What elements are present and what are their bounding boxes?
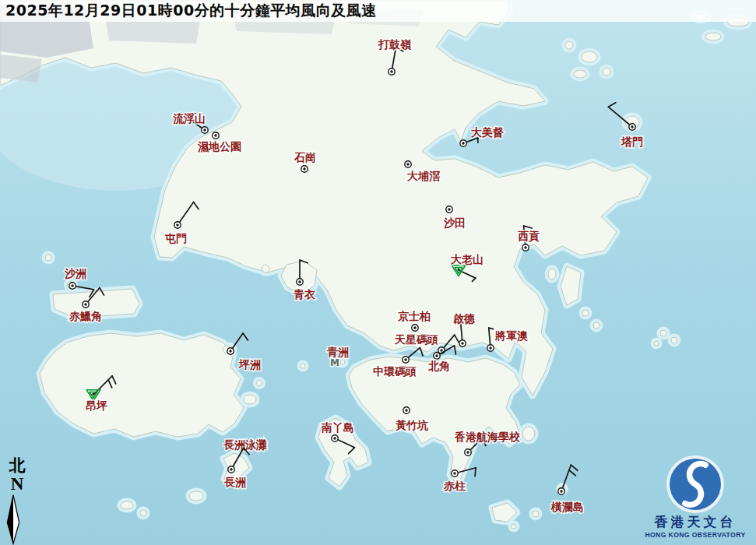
station-marker-dot [461,342,463,344]
north-label-letter: N [2,475,33,494]
station-marker-dot [560,490,562,492]
north-label-chinese: 北 [2,456,33,475]
station-marker-dot [405,409,407,411]
station-marker-dot [448,208,450,210]
hko-name-chinese: 香港天文台 [654,514,737,529]
map-frame: 打鼓嶺流浮山濕地公園石崗大美督塔門大埔滘沙田西貢屯門大老山沙洲赤鱲角青衣京士柏啟… [0,0,756,545]
station-marker-dot [435,354,438,357]
station-marker-dot [333,437,336,439]
station-label: 赤柱 [443,480,466,492]
station-label: 打鼓嶺 [378,38,412,51]
station-marker-dot [71,284,73,287]
station-marker-dot [230,468,232,470]
station-label: 北角 [427,360,450,372]
station-marker-dot [406,163,409,165]
station-marker-dot [298,280,301,283]
station-marker-dot [303,167,305,170]
station-marker-dot [229,350,231,352]
station-label: 南丫島 [321,421,354,434]
station-label: 大美督 [471,126,504,139]
station-label: 青衣 [293,288,316,301]
station-marker-dot [453,472,455,474]
station-label: 橫瀾島 [550,501,584,513]
station-marker-dot [404,358,406,360]
station-marker-dot [84,303,86,305]
map-title: 2025年12月29日01時00分的十分鐘平均風向及風速 [0,1,377,21]
station-marker-dot [413,326,416,329]
title-bar: 2025年12月29日01時00分的十分鐘平均風向及風速 [0,0,756,22]
station-marker-dot [466,451,469,453]
station-label: 濕地公園 [197,140,241,153]
station-marker-dot [489,346,491,349]
station-label: 香港航海學校 [454,431,521,443]
station-marker-dot [631,125,633,128]
wind-barb-feather [475,468,476,476]
station-marker-dot [176,223,178,226]
station-marker-dot [203,128,206,131]
station-marker-dot [457,268,459,270]
hko-logo: 香港天文台 HONG KONG OBSERVATORY [641,455,750,542]
station-label: 赤鱲角 [69,310,102,322]
station-label: 流浮山 [173,112,206,125]
station-label: 石崗 [294,151,316,164]
station-marker-dot [440,349,442,351]
station-marker-dot [214,134,216,136]
station-marker-dot [92,392,94,395]
station-marker-dot [524,246,526,248]
station-label: 沙洲 [65,267,86,280]
station-label: 坪洲 [238,358,261,371]
station-label: 啟德 [452,312,475,325]
urban-shekou [0,54,42,83]
hko-name-english: HONG KONG OBSERVATORY [645,531,745,539]
missing-data-indicator: M [330,357,339,368]
station-marker-dot [390,70,392,72]
station-label: 沙田 [444,216,466,229]
station-label: 京士柏 [397,310,431,322]
north-indicator: 北 N [2,456,33,545]
station-label: 天星碼頭 [394,333,438,346]
station-label: 長洲 [223,476,246,488]
station-label: 黃竹坑 [396,419,428,431]
station-label: 昂坪 [86,399,107,412]
station-label: 青洲 [326,346,349,358]
station-label: 大埔滘 [407,170,441,182]
hko-logo-icon: 香港天文台 HONG KONG OBSERVATORY [641,455,750,542]
station-label: 中環碼頭 [373,365,417,378]
station-label: 屯門 [164,232,187,244]
station-marker-dot [462,142,464,144]
station-label: 將軍澳 [494,329,528,342]
station-label: 大老山 [451,253,483,265]
compass-needle-icon [2,494,25,545]
station-label: 西貢 [518,230,540,243]
station-label: 塔門 [621,135,643,148]
